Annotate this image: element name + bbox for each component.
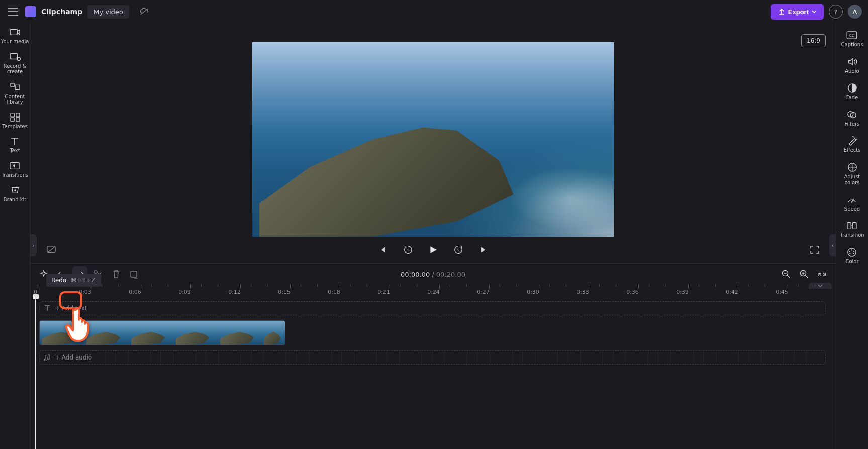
svg-point-10: [14, 189, 16, 191]
sync-off-icon[interactable]: [137, 5, 151, 19]
left-collapse-toggle[interactable]: ›: [30, 234, 37, 256]
svg-point-33: [849, 251, 850, 252]
ruler-tick: 0:42: [732, 284, 744, 295]
rewind-5s-button[interactable]: 5: [401, 243, 415, 257]
playhead[interactable]: [35, 295, 36, 449]
svg-rect-7: [11, 117, 14, 121]
sidebar-item-transition[interactable]: Transition: [840, 221, 864, 238]
help-button[interactable]: ?: [829, 5, 843, 19]
svg-point-14: [94, 271, 97, 273]
sidebar-item-label: Filters: [845, 121, 860, 127]
sidebar-item-label: Transitions: [2, 172, 29, 178]
project-name[interactable]: My video: [87, 5, 129, 19]
sidebar-item-record-create[interactable]: Record & create: [0, 52, 30, 75]
filters-icon: [847, 110, 857, 120]
library-icon: [10, 82, 21, 92]
svg-rect-1: [10, 53, 17, 59]
transition-icon: [847, 221, 857, 231]
svg-rect-16: [131, 271, 137, 277]
sidebar-item-captions[interactable]: CC Captions: [841, 30, 863, 48]
ruler-tick: 0:27: [483, 284, 496, 295]
preview-canvas[interactable]: [252, 42, 614, 237]
music-icon: [44, 354, 51, 361]
text-track[interactable]: + Add text: [39, 301, 826, 315]
skip-start-button[interactable]: [376, 243, 390, 257]
play-button[interactable]: [426, 243, 440, 257]
adjust-colors-icon: [847, 162, 857, 172]
forward-5s-button[interactable]: 5: [451, 243, 465, 257]
timeline-ruler[interactable]: 00:030:060:090:120:150:180:210:240:270:3…: [30, 284, 836, 295]
timecode: 00:00.00 / 00:20.00: [401, 271, 465, 278]
timeline-tracks: + Add text + Add audio: [30, 295, 836, 449]
ruler-tick: 0:15: [284, 284, 297, 295]
video-track[interactable]: [39, 320, 826, 345]
timecode-total: 00:20.00: [436, 271, 465, 278]
zoom-in-button[interactable]: [797, 266, 812, 282]
audio-track[interactable]: + Add audio: [39, 350, 826, 365]
sidebar-item-color[interactable]: Color: [845, 247, 858, 265]
sidebar-item-label: Effects: [844, 147, 861, 153]
svg-rect-6: [16, 113, 19, 116]
crop-button[interactable]: [127, 266, 142, 282]
ruler-tick: 0:12: [234, 284, 247, 295]
timecode-current: 00:00.00: [401, 271, 430, 278]
sidebar-item-label: Templates: [2, 124, 28, 130]
sidebar-item-transitions[interactable]: Transitions: [2, 161, 29, 178]
sidebar-item-your-media[interactable]: Your media: [1, 27, 29, 45]
redo-tooltip: Redo ⌘+⇧+Z: [46, 274, 101, 287]
zoom-out-button[interactable]: [779, 266, 794, 282]
sidebar-item-label: Content library: [0, 94, 30, 105]
sidebar-item-label: Your media: [1, 39, 29, 45]
ruler-tick: 0: [35, 284, 39, 295]
menu-button[interactable]: [6, 5, 20, 19]
audio-track-label: + Add audio: [55, 354, 92, 361]
svg-point-29: [851, 249, 852, 250]
svg-rect-4: [15, 85, 20, 89]
svg-rect-8: [16, 117, 19, 121]
sidebar-item-templates[interactable]: Templates: [2, 112, 28, 130]
sidebar-item-audio[interactable]: Audio: [845, 57, 859, 74]
timeline: 00:00.00 / 00:20.00 00:030:060:090:: [30, 263, 836, 449]
safe-zone-toggle[interactable]: [44, 243, 58, 257]
svg-text:CC: CC: [850, 33, 855, 38]
waveform-placeholder: [100, 351, 825, 364]
tooltip-label: Redo: [51, 277, 66, 284]
delete-button[interactable]: [109, 266, 124, 282]
sidebar-item-label: Captions: [841, 42, 863, 48]
export-button[interactable]: Export: [771, 4, 824, 20]
avatar[interactable]: A: [848, 5, 862, 19]
sidebar-item-fade[interactable]: Fade: [846, 83, 858, 101]
right-sidebar: CC Captions Audio Fade Filters Effects A…: [836, 23, 868, 449]
svg-point-32: [850, 253, 851, 254]
sidebar-item-brand-kit[interactable]: Brand kit: [4, 185, 26, 203]
preview-stage: 16:9 5 5: [30, 23, 836, 263]
color-icon: [847, 247, 857, 257]
ruler-tick: 0:18: [334, 284, 346, 295]
sidebar-item-label: Brand kit: [4, 197, 26, 203]
brand-kit-icon: [10, 185, 20, 195]
sidebar-item-label: Speed: [844, 206, 860, 212]
svg-point-2: [17, 57, 20, 60]
transport-bar: 5 5: [30, 237, 836, 263]
sidebar-item-text[interactable]: Text: [10, 136, 20, 154]
sidebar-item-effects[interactable]: Effects: [844, 136, 861, 153]
fullscreen-button[interactable]: [808, 243, 822, 257]
fit-zoom-button[interactable]: [815, 266, 830, 282]
annotation-cursor-hand: [62, 305, 98, 347]
right-collapse-toggle[interactable]: ‹: [829, 234, 836, 256]
sidebar-item-filters[interactable]: Filters: [845, 110, 860, 127]
sidebar-item-content-library[interactable]: Content library: [0, 82, 30, 105]
speed-icon: [847, 195, 857, 205]
sidebar-item-label: Audio: [845, 68, 859, 74]
skip-end-button[interactable]: [476, 243, 491, 257]
aspect-ratio-button[interactable]: 16:9: [801, 34, 826, 47]
templates-icon: [10, 112, 20, 122]
svg-rect-3: [11, 83, 14, 86]
svg-point-31: [853, 253, 854, 254]
export-label: Export: [788, 8, 809, 16]
sidebar-item-adjust-colors[interactable]: Adjust colors: [836, 162, 868, 186]
svg-point-28: [848, 248, 856, 256]
sidebar-item-speed[interactable]: Speed: [844, 195, 860, 212]
upload-icon: [778, 8, 785, 15]
sidebar-item-label: Transition: [840, 232, 864, 238]
